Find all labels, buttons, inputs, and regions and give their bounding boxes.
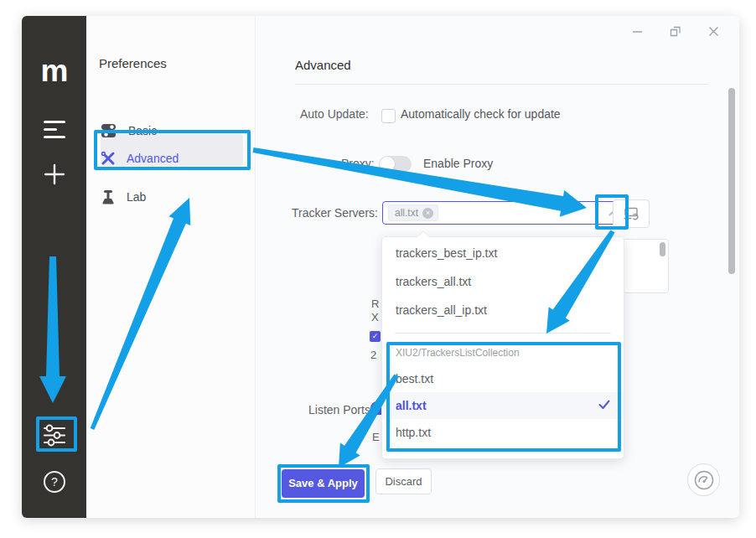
plus-icon <box>44 163 65 185</box>
discard-button[interactable]: Discard <box>375 468 432 494</box>
title-divider <box>295 84 708 85</box>
nav-item-label: Lab <box>127 190 146 204</box>
auto-update-text[interactable]: Automatically check for update <box>401 107 561 121</box>
maximize-restore-button[interactable] <box>669 24 682 38</box>
preferences-nav-panel: Preferences Basic Advanced <box>86 16 256 518</box>
motrix-logo-icon: m <box>41 59 68 83</box>
restore-icon <box>670 25 681 37</box>
tracker-servers-label: Tracker Servers: <box>292 206 378 220</box>
svg-text:?: ? <box>51 475 58 489</box>
highlight-box-collection-group <box>386 342 621 452</box>
proxy-text: Enable Proxy <box>423 157 493 170</box>
close-icon <box>708 26 719 37</box>
textarea-scrollbar[interactable] <box>660 242 665 256</box>
proxy-toggle[interactable] <box>379 156 412 173</box>
highlight-box-preferences-icon <box>36 416 77 452</box>
close-button[interactable] <box>707 24 720 38</box>
lab-icon <box>101 189 116 204</box>
tag-remove-icon[interactable]: × <box>422 208 433 219</box>
proxy-label: Proxy: <box>341 157 375 170</box>
toggle-knob <box>380 157 395 172</box>
minimize-button[interactable] <box>630 24 644 38</box>
tracker-servers-select[interactable]: all.txt × <box>382 201 629 225</box>
main-scrollbar[interactable] <box>728 88 735 274</box>
sidebar-item-help[interactable]: ? <box>22 470 86 494</box>
dropdown-option[interactable]: trackers_best_ip.txt <box>382 239 624 267</box>
nav-item-lab[interactable]: Lab <box>101 181 146 213</box>
dropdown-option[interactable]: trackers_all_ip.txt <box>382 296 624 324</box>
tag-label: all.txt <box>395 207 418 219</box>
auto-update-checkbox[interactable] <box>381 109 396 123</box>
occluded-text-fragment: R <box>371 297 379 310</box>
app-window: m ? <box>22 16 739 518</box>
highlight-box-advanced-item <box>94 130 251 170</box>
speedometer-icon <box>694 470 714 490</box>
dropdown-divider <box>395 333 611 334</box>
listen-ports-label: Listen Ports: <box>308 403 374 416</box>
occluded-text-fragment: E <box>372 431 380 443</box>
help-question-icon: ? <box>43 470 66 494</box>
task-list-icon <box>43 119 66 140</box>
highlight-box-chevron <box>595 194 629 230</box>
dropdown-option[interactable]: trackers_all.txt <box>382 267 624 296</box>
occluded-text-fragment: X <box>371 311 379 323</box>
occluded-checkbox[interactable]: ✓ <box>370 331 381 342</box>
sidebar-item-tasks[interactable] <box>22 119 86 140</box>
occluded-text-fragment: 2 <box>370 349 376 361</box>
page-title: Advanced <box>295 58 351 72</box>
sidebar-item-add-task[interactable] <box>22 163 86 185</box>
selected-tag: all.txt × <box>388 204 438 221</box>
app-logo: m <box>22 59 86 83</box>
minimize-icon <box>632 26 643 37</box>
speed-limit-button[interactable] <box>687 463 720 496</box>
highlight-box-save-button <box>277 464 370 503</box>
preferences-title: Preferences <box>99 56 167 70</box>
auto-update-label: Auto Update: <box>300 107 369 121</box>
